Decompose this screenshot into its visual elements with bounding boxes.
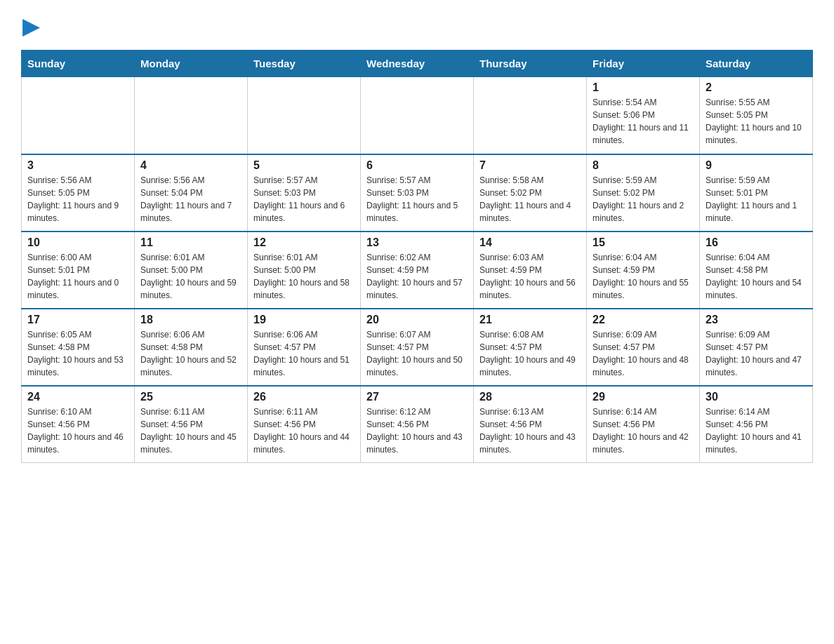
day-info: Sunrise: 6:01 AM Sunset: 5:00 PM Dayligh… <box>253 251 355 302</box>
calendar-table: SundayMondayTuesdayWednesdayThursdayFrid… <box>21 50 813 463</box>
calendar-cell: 5Sunrise: 5:57 AM Sunset: 5:03 PM Daylig… <box>248 154 361 232</box>
calendar-cell: 21Sunrise: 6:08 AM Sunset: 4:57 PM Dayli… <box>474 309 587 386</box>
page-header: ▶ <box>21 14 813 36</box>
calendar-cell: 24Sunrise: 6:10 AM Sunset: 4:56 PM Dayli… <box>22 386 135 463</box>
day-number: 17 <box>27 314 128 326</box>
day-number: 28 <box>479 391 581 403</box>
calendar-cell: 3Sunrise: 5:56 AM Sunset: 5:05 PM Daylig… <box>22 154 135 232</box>
day-info: Sunrise: 5:59 AM Sunset: 5:01 PM Dayligh… <box>706 174 807 224</box>
day-number: 22 <box>593 314 694 326</box>
day-info: Sunrise: 5:57 AM Sunset: 5:03 PM Dayligh… <box>253 174 355 224</box>
weekday-header-wednesday: Wednesday <box>361 51 474 77</box>
calendar-cell: 30Sunrise: 6:14 AM Sunset: 4:56 PM Dayli… <box>700 386 813 463</box>
day-number: 21 <box>479 314 581 326</box>
day-info: Sunrise: 5:55 AM Sunset: 5:05 PM Dayligh… <box>706 96 807 147</box>
day-info: Sunrise: 6:11 AM Sunset: 4:56 PM Dayligh… <box>253 405 355 456</box>
calendar-cell: 12Sunrise: 6:01 AM Sunset: 5:00 PM Dayli… <box>248 232 361 309</box>
day-info: Sunrise: 6:06 AM Sunset: 4:57 PM Dayligh… <box>253 328 355 379</box>
calendar-cell: 28Sunrise: 6:13 AM Sunset: 4:56 PM Dayli… <box>474 386 587 463</box>
day-info: Sunrise: 6:08 AM Sunset: 4:57 PM Dayligh… <box>479 328 581 379</box>
day-number: 27 <box>366 391 468 403</box>
calendar-cell <box>135 77 248 154</box>
day-number: 20 <box>366 314 468 326</box>
calendar-week-3: 10Sunrise: 6:00 AM Sunset: 5:01 PM Dayli… <box>22 232 813 309</box>
day-number: 13 <box>366 236 468 249</box>
day-info: Sunrise: 6:02 AM Sunset: 4:59 PM Dayligh… <box>366 251 468 302</box>
weekday-header-friday: Friday <box>587 51 700 77</box>
day-info: Sunrise: 6:07 AM Sunset: 4:57 PM Dayligh… <box>366 328 468 379</box>
day-number: 15 <box>593 236 694 249</box>
day-number: 26 <box>253 391 355 403</box>
day-number: 19 <box>253 314 355 326</box>
weekday-header-tuesday: Tuesday <box>248 51 361 77</box>
day-number: 3 <box>27 159 128 172</box>
day-number: 2 <box>706 81 807 94</box>
calendar-cell: 4Sunrise: 5:56 AM Sunset: 5:04 PM Daylig… <box>135 154 248 232</box>
day-number: 1 <box>593 81 694 94</box>
calendar-cell: 15Sunrise: 6:04 AM Sunset: 4:59 PM Dayli… <box>587 232 700 309</box>
day-info: Sunrise: 6:09 AM Sunset: 4:57 PM Dayligh… <box>706 328 807 379</box>
day-info: Sunrise: 6:03 AM Sunset: 4:59 PM Dayligh… <box>479 251 581 302</box>
day-number: 14 <box>479 236 581 249</box>
day-info: Sunrise: 6:14 AM Sunset: 4:56 PM Dayligh… <box>706 405 807 456</box>
day-info: Sunrise: 6:11 AM Sunset: 4:56 PM Dayligh… <box>140 405 241 456</box>
day-info: Sunrise: 5:54 AM Sunset: 5:06 PM Dayligh… <box>593 96 694 147</box>
day-info: Sunrise: 6:09 AM Sunset: 4:57 PM Dayligh… <box>593 328 694 379</box>
calendar-cell: 26Sunrise: 6:11 AM Sunset: 4:56 PM Dayli… <box>248 386 361 463</box>
weekday-header-saturday: Saturday <box>700 51 813 77</box>
day-number: 9 <box>706 159 807 172</box>
day-info: Sunrise: 6:01 AM Sunset: 5:00 PM Dayligh… <box>140 251 241 302</box>
day-number: 29 <box>593 391 694 403</box>
day-info: Sunrise: 5:59 AM Sunset: 5:02 PM Dayligh… <box>593 174 694 224</box>
calendar-cell: 1Sunrise: 5:54 AM Sunset: 5:06 PM Daylig… <box>587 77 700 154</box>
calendar-week-1: 1Sunrise: 5:54 AM Sunset: 5:06 PM Daylig… <box>22 77 813 154</box>
calendar-cell: 13Sunrise: 6:02 AM Sunset: 4:59 PM Dayli… <box>361 232 474 309</box>
calendar-cell: 7Sunrise: 5:58 AM Sunset: 5:02 PM Daylig… <box>474 154 587 232</box>
day-number: 30 <box>706 391 807 403</box>
day-info: Sunrise: 5:58 AM Sunset: 5:02 PM Dayligh… <box>479 174 581 224</box>
day-number: 7 <box>479 159 581 172</box>
day-info: Sunrise: 6:04 AM Sunset: 4:58 PM Dayligh… <box>706 251 807 302</box>
calendar-cell: 11Sunrise: 6:01 AM Sunset: 5:00 PM Dayli… <box>135 232 248 309</box>
calendar-cell: 17Sunrise: 6:05 AM Sunset: 4:58 PM Dayli… <box>22 309 135 386</box>
day-info: Sunrise: 6:13 AM Sunset: 4:56 PM Dayligh… <box>479 405 581 456</box>
calendar-cell: 22Sunrise: 6:09 AM Sunset: 4:57 PM Dayli… <box>587 309 700 386</box>
day-number: 4 <box>140 159 241 172</box>
calendar-cell <box>22 77 135 154</box>
calendar-cell: 19Sunrise: 6:06 AM Sunset: 4:57 PM Dayli… <box>248 309 361 386</box>
calendar-cell: 20Sunrise: 6:07 AM Sunset: 4:57 PM Dayli… <box>361 309 474 386</box>
day-number: 8 <box>593 159 694 172</box>
day-info: Sunrise: 6:06 AM Sunset: 4:58 PM Dayligh… <box>140 328 241 379</box>
calendar-cell <box>361 77 474 154</box>
weekday-header-monday: Monday <box>135 51 248 77</box>
calendar-cell <box>248 77 361 154</box>
calendar-week-2: 3Sunrise: 5:56 AM Sunset: 5:05 PM Daylig… <box>22 154 813 232</box>
day-number: 12 <box>253 236 355 249</box>
weekday-header-sunday: Sunday <box>22 51 135 77</box>
calendar-cell: 27Sunrise: 6:12 AM Sunset: 4:56 PM Dayli… <box>361 386 474 463</box>
calendar-cell: 10Sunrise: 6:00 AM Sunset: 5:01 PM Dayli… <box>22 232 135 309</box>
calendar-cell: 23Sunrise: 6:09 AM Sunset: 4:57 PM Dayli… <box>700 309 813 386</box>
day-info: Sunrise: 6:10 AM Sunset: 4:56 PM Dayligh… <box>27 405 128 456</box>
calendar-week-4: 17Sunrise: 6:05 AM Sunset: 4:58 PM Dayli… <box>22 309 813 386</box>
day-info: Sunrise: 5:56 AM Sunset: 5:04 PM Dayligh… <box>140 174 241 224</box>
day-number: 25 <box>140 391 241 403</box>
calendar-cell: 29Sunrise: 6:14 AM Sunset: 4:56 PM Dayli… <box>587 386 700 463</box>
calendar-cell <box>474 77 587 154</box>
day-number: 23 <box>706 314 807 326</box>
day-number: 6 <box>366 159 468 172</box>
calendar-cell: 6Sunrise: 5:57 AM Sunset: 5:03 PM Daylig… <box>361 154 474 232</box>
day-info: Sunrise: 6:04 AM Sunset: 4:59 PM Dayligh… <box>593 251 694 302</box>
day-info: Sunrise: 6:00 AM Sunset: 5:01 PM Dayligh… <box>27 251 128 302</box>
day-info: Sunrise: 6:14 AM Sunset: 4:56 PM Dayligh… <box>593 405 694 456</box>
calendar-cell: 9Sunrise: 5:59 AM Sunset: 5:01 PM Daylig… <box>700 154 813 232</box>
day-number: 11 <box>140 236 241 249</box>
weekday-header-thursday: Thursday <box>474 51 587 77</box>
calendar-cell: 8Sunrise: 5:59 AM Sunset: 5:02 PM Daylig… <box>587 154 700 232</box>
calendar-cell: 14Sunrise: 6:03 AM Sunset: 4:59 PM Dayli… <box>474 232 587 309</box>
day-number: 16 <box>706 236 807 249</box>
day-info: Sunrise: 5:57 AM Sunset: 5:03 PM Dayligh… <box>366 174 468 224</box>
calendar-cell: 18Sunrise: 6:06 AM Sunset: 4:58 PM Dayli… <box>135 309 248 386</box>
calendar-cell: 2Sunrise: 5:55 AM Sunset: 5:05 PM Daylig… <box>700 77 813 154</box>
day-number: 24 <box>27 391 128 403</box>
